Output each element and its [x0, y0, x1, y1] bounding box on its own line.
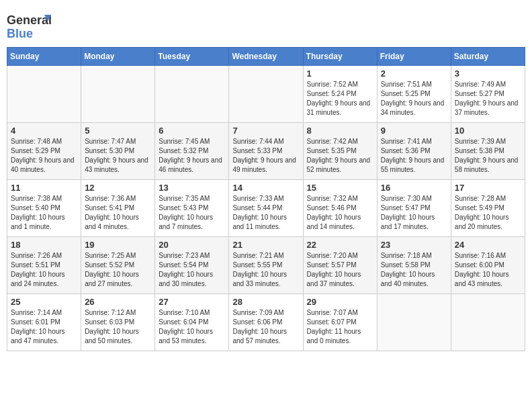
day-number: 11 — [11, 183, 77, 193]
day-info: Sunrise: 7:28 AMSunset: 5:49 PMDaylight:… — [455, 194, 521, 232]
calendar-week-row: 11Sunrise: 7:38 AMSunset: 5:40 PMDayligh… — [7, 180, 525, 237]
day-number: 6 — [159, 126, 225, 136]
day-header-saturday: Saturday — [451, 48, 525, 66]
day-info: Sunrise: 7:25 AMSunset: 5:52 PMDaylight:… — [85, 251, 151, 289]
day-header-sunday: Sunday — [7, 48, 81, 66]
day-header-wednesday: Wednesday — [229, 48, 303, 66]
calendar-cell: 29Sunrise: 7:07 AMSunset: 6:07 PMDayligh… — [303, 294, 377, 351]
day-info: Sunrise: 7:07 AMSunset: 6:07 PMDaylight:… — [307, 308, 373, 346]
day-number: 21 — [232, 240, 299, 250]
day-number: 13 — [159, 183, 225, 193]
calendar-table: SundayMondayTuesdayWednesdayThursdayFrid… — [7, 47, 525, 351]
calendar-cell: 26Sunrise: 7:12 AMSunset: 6:03 PMDayligh… — [81, 294, 155, 351]
calendar-cell: 24Sunrise: 7:16 AMSunset: 6:00 PMDayligh… — [451, 237, 525, 294]
day-info: Sunrise: 7:42 AMSunset: 5:35 PMDaylight:… — [307, 137, 373, 175]
day-info: Sunrise: 7:33 AMSunset: 5:44 PMDaylight:… — [232, 194, 299, 232]
day-info: Sunrise: 7:41 AMSunset: 5:36 PMDaylight:… — [381, 137, 447, 175]
day-info: Sunrise: 7:23 AMSunset: 5:54 PMDaylight:… — [159, 251, 225, 289]
calendar-cell: 23Sunrise: 7:18 AMSunset: 5:58 PMDayligh… — [377, 237, 451, 294]
day-number: 19 — [85, 240, 151, 250]
calendar-cell: 19Sunrise: 7:25 AMSunset: 5:52 PMDayligh… — [81, 237, 155, 294]
calendar-cell: 25Sunrise: 7:14 AMSunset: 6:01 PMDayligh… — [7, 294, 81, 351]
calendar-cell: 28Sunrise: 7:09 AMSunset: 6:06 PMDayligh… — [229, 294, 303, 351]
calendar-cell: 18Sunrise: 7:26 AMSunset: 5:51 PMDayligh… — [7, 237, 81, 294]
day-number: 24 — [455, 240, 521, 250]
calendar-cell: 20Sunrise: 7:23 AMSunset: 5:54 PMDayligh… — [155, 237, 229, 294]
day-number: 5 — [85, 126, 151, 136]
day-number: 15 — [307, 183, 373, 193]
day-header-friday: Friday — [377, 48, 451, 66]
day-number: 27 — [159, 297, 225, 307]
calendar-cell: 11Sunrise: 7:38 AMSunset: 5:40 PMDayligh… — [7, 180, 81, 237]
calendar-cell: 16Sunrise: 7:30 AMSunset: 5:47 PMDayligh… — [377, 180, 451, 237]
day-number: 25 — [11, 297, 77, 307]
day-info: Sunrise: 7:44 AMSunset: 5:33 PMDaylight:… — [232, 137, 299, 175]
logo-svg: GeneralBlue — [7, 12, 54, 42]
day-info: Sunrise: 7:20 AMSunset: 5:57 PMDaylight:… — [307, 251, 373, 289]
day-number: 7 — [232, 126, 299, 136]
day-info: Sunrise: 7:51 AMSunset: 5:25 PMDaylight:… — [381, 80, 447, 118]
calendar-cell: 14Sunrise: 7:33 AMSunset: 5:44 PMDayligh… — [229, 180, 303, 237]
calendar-cell: 6Sunrise: 7:45 AMSunset: 5:32 PMDaylight… — [155, 123, 229, 180]
day-info: Sunrise: 7:09 AMSunset: 6:06 PMDaylight:… — [232, 308, 299, 346]
calendar-cell: 27Sunrise: 7:10 AMSunset: 6:04 PMDayligh… — [155, 294, 229, 351]
calendar-week-row: 1Sunrise: 7:52 AMSunset: 5:24 PMDaylight… — [7, 66, 525, 123]
day-number: 16 — [381, 183, 447, 193]
calendar-cell: 9Sunrise: 7:41 AMSunset: 5:36 PMDaylight… — [377, 123, 451, 180]
day-info: Sunrise: 7:35 AMSunset: 5:43 PMDaylight:… — [159, 194, 225, 232]
day-info: Sunrise: 7:21 AMSunset: 5:55 PMDaylight:… — [232, 251, 299, 289]
calendar-cell: 13Sunrise: 7:35 AMSunset: 5:43 PMDayligh… — [155, 180, 229, 237]
day-number: 18 — [11, 240, 77, 250]
calendar-cell — [229, 66, 303, 123]
day-header-monday: Monday — [81, 48, 155, 66]
calendar-cell: 21Sunrise: 7:21 AMSunset: 5:55 PMDayligh… — [229, 237, 303, 294]
calendar-cell — [7, 66, 81, 123]
calendar-week-row: 25Sunrise: 7:14 AMSunset: 6:01 PMDayligh… — [7, 294, 525, 351]
day-number: 17 — [455, 183, 521, 193]
calendar-week-row: 4Sunrise: 7:48 AMSunset: 5:29 PMDaylight… — [7, 123, 525, 180]
day-info: Sunrise: 7:38 AMSunset: 5:40 PMDaylight:… — [11, 194, 77, 232]
day-info: Sunrise: 7:49 AMSunset: 5:27 PMDaylight:… — [455, 80, 521, 118]
day-info: Sunrise: 7:30 AMSunset: 5:47 PMDaylight:… — [381, 194, 447, 232]
calendar-cell: 2Sunrise: 7:51 AMSunset: 5:25 PMDaylight… — [377, 66, 451, 123]
day-number: 12 — [85, 183, 151, 193]
calendar-cell — [377, 294, 451, 351]
calendar-cell: 4Sunrise: 7:48 AMSunset: 5:29 PMDaylight… — [7, 123, 81, 180]
day-number: 26 — [85, 297, 151, 307]
calendar-cell — [155, 66, 229, 123]
calendar-cell: 17Sunrise: 7:28 AMSunset: 5:49 PMDayligh… — [451, 180, 525, 237]
calendar-week-row: 18Sunrise: 7:26 AMSunset: 5:51 PMDayligh… — [7, 237, 525, 294]
day-number: 23 — [381, 240, 447, 250]
day-header-thursday: Thursday — [303, 48, 377, 66]
calendar-cell: 12Sunrise: 7:36 AMSunset: 5:41 PMDayligh… — [81, 180, 155, 237]
calendar-cell: 3Sunrise: 7:49 AMSunset: 5:27 PMDaylight… — [451, 66, 525, 123]
day-number: 14 — [232, 183, 299, 193]
day-info: Sunrise: 7:45 AMSunset: 5:32 PMDaylight:… — [159, 137, 225, 175]
calendar-cell: 15Sunrise: 7:32 AMSunset: 5:46 PMDayligh… — [303, 180, 377, 237]
day-number: 22 — [307, 240, 373, 250]
calendar-cell: 22Sunrise: 7:20 AMSunset: 5:57 PMDayligh… — [303, 237, 377, 294]
day-number: 4 — [11, 126, 77, 136]
day-info: Sunrise: 7:16 AMSunset: 6:00 PMDaylight:… — [455, 251, 521, 289]
day-number: 1 — [307, 68, 373, 79]
day-info: Sunrise: 7:32 AMSunset: 5:46 PMDaylight:… — [307, 194, 373, 232]
day-info: Sunrise: 7:10 AMSunset: 6:04 PMDaylight:… — [159, 308, 225, 346]
day-info: Sunrise: 7:36 AMSunset: 5:41 PMDaylight:… — [85, 194, 151, 232]
page-header: GeneralBlue — [7, 7, 525, 42]
calendar-cell — [81, 66, 155, 123]
day-number: 8 — [307, 126, 373, 136]
calendar-cell: 7Sunrise: 7:44 AMSunset: 5:33 PMDaylight… — [229, 123, 303, 180]
day-info: Sunrise: 7:52 AMSunset: 5:24 PMDaylight:… — [307, 80, 373, 118]
calendar-cell: 8Sunrise: 7:42 AMSunset: 5:35 PMDaylight… — [303, 123, 377, 180]
day-number: 20 — [159, 240, 225, 250]
day-info: Sunrise: 7:26 AMSunset: 5:51 PMDaylight:… — [11, 251, 77, 289]
day-info: Sunrise: 7:14 AMSunset: 6:01 PMDaylight:… — [11, 308, 77, 346]
day-number: 2 — [381, 68, 447, 79]
svg-text:Blue: Blue — [7, 27, 33, 40]
day-number: 10 — [455, 126, 521, 136]
calendar-cell: 10Sunrise: 7:39 AMSunset: 5:38 PMDayligh… — [451, 123, 525, 180]
day-info: Sunrise: 7:18 AMSunset: 5:58 PMDaylight:… — [381, 251, 447, 289]
day-info: Sunrise: 7:39 AMSunset: 5:38 PMDaylight:… — [455, 137, 521, 175]
day-number: 3 — [455, 68, 521, 79]
logo: GeneralBlue — [7, 12, 54, 42]
